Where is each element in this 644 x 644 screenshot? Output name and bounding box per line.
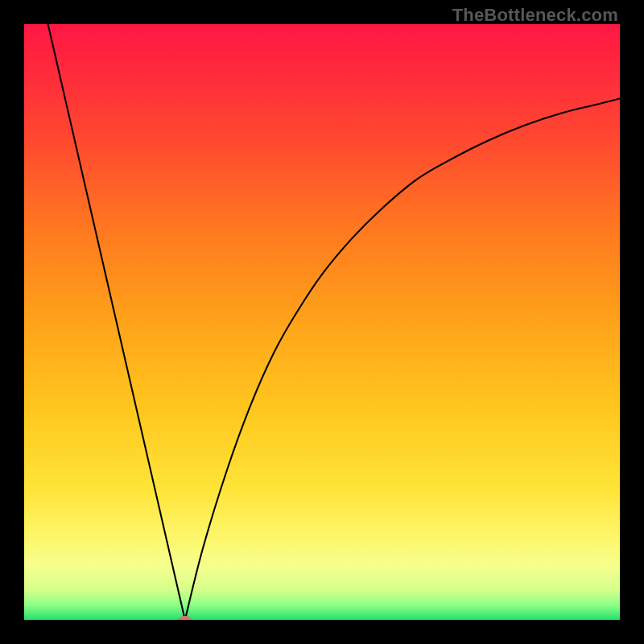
- plot-area: [24, 24, 620, 620]
- chart-frame: TheBottleneck.com: [0, 0, 644, 644]
- minimum-marker-dot: [179, 616, 192, 620]
- curve-left-branch: [48, 24, 185, 620]
- curve-right-branch: [185, 99, 620, 621]
- watermark-text: TheBottleneck.com: [452, 5, 618, 26]
- curve-layer: [24, 24, 620, 620]
